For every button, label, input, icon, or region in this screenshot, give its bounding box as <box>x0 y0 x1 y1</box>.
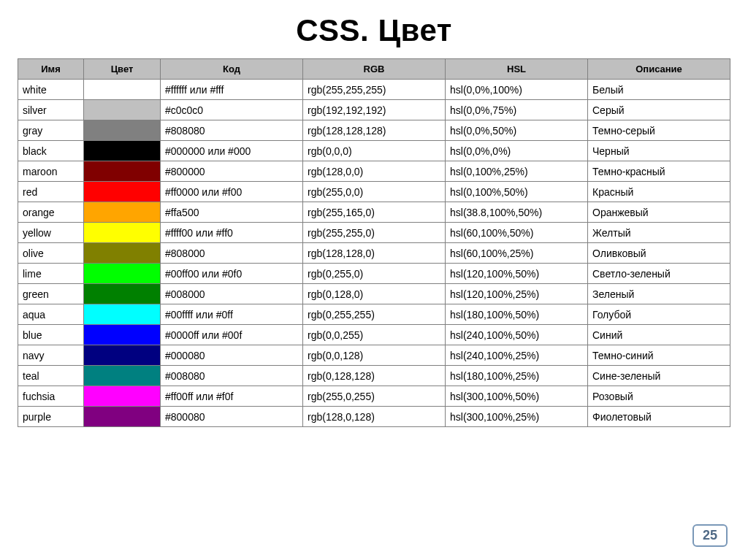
cell-rgb: rgb(255,0,0) <box>303 182 446 202</box>
cell-name: lime <box>18 264 84 284</box>
cell-name: blue <box>18 325 84 345</box>
cell-desc: Темно-синий <box>588 345 730 366</box>
color-table: Имя Цвет Код RGB HSL Описание white#ffff… <box>18 58 730 427</box>
cell-code: #0000ff или #00f <box>161 325 303 345</box>
cell-code: #008080 <box>161 366 303 386</box>
cell-code: #008000 <box>161 284 303 304</box>
cell-hsl: hsl(120,100%,50%) <box>446 264 588 284</box>
cell-name: aqua <box>18 304 84 325</box>
cell-code: #c0c0c0 <box>161 100 303 120</box>
table-row: navy#000080rgb(0,0,128)hsl(240,100%,25%)… <box>18 345 730 366</box>
cell-hsl: hsl(120,100%,25%) <box>446 284 588 304</box>
cell-rgb: rgb(128,128,128) <box>303 120 446 141</box>
table-row: blue#0000ff или #00frgb(0,0,255)hsl(240,… <box>18 325 730 345</box>
cell-desc: Красный <box>588 182 730 202</box>
cell-desc: Синий <box>588 325 730 345</box>
page-number: 25 <box>692 524 728 547</box>
cell-hsl: hsl(0,0%,75%) <box>446 100 588 120</box>
table-row: silver#c0c0c0rgb(192,192,192)hsl(0,0%,75… <box>18 100 730 120</box>
table-row: olive#808000rgb(128,128,0)hsl(60,100%,25… <box>18 243 730 264</box>
cell-rgb: rgb(0,0,0) <box>303 141 446 161</box>
cell-code: #000000 или #000 <box>161 141 303 161</box>
cell-name: purple <box>18 407 84 427</box>
cell-hsl: hsl(60,100%,50%) <box>446 223 588 243</box>
cell-name: teal <box>18 366 84 386</box>
cell-swatch <box>84 366 161 386</box>
cell-swatch <box>84 243 161 264</box>
cell-swatch <box>84 80 161 100</box>
cell-name: white <box>18 80 84 100</box>
cell-swatch <box>84 304 161 325</box>
cell-desc: Зеленый <box>588 284 730 304</box>
cell-rgb: rgb(128,128,0) <box>303 243 446 264</box>
cell-code: #800000 <box>161 161 303 182</box>
cell-desc: Голубой <box>588 304 730 325</box>
table-row: yellow#ffff00 или #ff0rgb(255,255,0)hsl(… <box>18 223 730 243</box>
cell-desc: Фиолетовый <box>588 407 730 427</box>
cell-name: navy <box>18 345 84 366</box>
cell-code: #00ff00 или #0f0 <box>161 264 303 284</box>
cell-rgb: rgb(255,255,255) <box>303 80 446 100</box>
cell-code: #ffa500 <box>161 202 303 223</box>
cell-name: yellow <box>18 223 84 243</box>
cell-hsl: hsl(0,0%,100%) <box>446 80 588 100</box>
cell-hsl: hsl(0,0%,50%) <box>446 120 588 141</box>
cell-desc: Серый <box>588 100 730 120</box>
cell-rgb: rgb(128,0,0) <box>303 161 446 182</box>
table-row: lime#00ff00 или #0f0rgb(0,255,0)hsl(120,… <box>18 264 730 284</box>
cell-rgb: rgb(0,128,128) <box>303 366 446 386</box>
cell-rgb: rgb(0,0,255) <box>303 325 446 345</box>
cell-swatch <box>84 141 161 161</box>
cell-swatch <box>84 223 161 243</box>
cell-swatch <box>84 325 161 345</box>
col-header-rgb: RGB <box>303 59 446 80</box>
cell-name: silver <box>18 100 84 120</box>
cell-code: #ffffff или #fff <box>161 80 303 100</box>
cell-code: #ff0000 или #f00 <box>161 182 303 202</box>
cell-code: #000080 <box>161 345 303 366</box>
cell-rgb: rgb(0,128,0) <box>303 284 446 304</box>
cell-name: fuchsia <box>18 386 84 407</box>
table-row: orange#ffa500rgb(255,165,0)hsl(38.8,100%… <box>18 202 730 223</box>
cell-hsl: hsl(300,100%,25%) <box>446 407 588 427</box>
cell-hsl: hsl(60,100%,25%) <box>446 243 588 264</box>
table-row: fuchsia#ff00ff или #f0frgb(255,0,255)hsl… <box>18 386 730 407</box>
table-row: maroon#800000rgb(128,0,0)hsl(0,100%,25%)… <box>18 161 730 182</box>
cell-swatch <box>84 202 161 223</box>
table-row: gray#808080rgb(128,128,128)hsl(0,0%,50%)… <box>18 120 730 141</box>
cell-hsl: hsl(0,100%,50%) <box>446 182 588 202</box>
cell-swatch <box>84 284 161 304</box>
cell-desc: Оранжевый <box>588 202 730 223</box>
col-header-hsl: HSL <box>446 59 588 80</box>
cell-hsl: hsl(300,100%,50%) <box>446 386 588 407</box>
table-row: black#000000 или #000rgb(0,0,0)hsl(0,0%,… <box>18 141 730 161</box>
cell-code: #ffff00 или #ff0 <box>161 223 303 243</box>
table-row: white#ffffff или #fffrgb(255,255,255)hsl… <box>18 80 730 100</box>
table-row: purple#800080rgb(128,0,128)hsl(300,100%,… <box>18 407 730 427</box>
cell-name: maroon <box>18 161 84 182</box>
table-row: teal#008080rgb(0,128,128)hsl(180,100%,25… <box>18 366 730 386</box>
cell-hsl: hsl(240,100%,25%) <box>446 345 588 366</box>
cell-code: #808080 <box>161 120 303 141</box>
col-header-color: Цвет <box>84 59 161 80</box>
table-row: red#ff0000 или #f00rgb(255,0,0)hsl(0,100… <box>18 182 730 202</box>
cell-hsl: hsl(38.8,100%,50%) <box>446 202 588 223</box>
table-row: aqua#00ffff или #0ffrgb(0,255,255)hsl(18… <box>18 304 730 325</box>
cell-name: orange <box>18 202 84 223</box>
cell-desc: Светло-зеленый <box>588 264 730 284</box>
cell-desc: Желтый <box>588 223 730 243</box>
cell-swatch <box>84 345 161 366</box>
cell-desc: Розовый <box>588 386 730 407</box>
cell-swatch <box>84 100 161 120</box>
cell-swatch <box>84 182 161 202</box>
cell-name: olive <box>18 243 84 264</box>
col-header-desc: Описание <box>588 59 730 80</box>
cell-hsl: hsl(0,100%,25%) <box>446 161 588 182</box>
cell-rgb: rgb(192,192,192) <box>303 100 446 120</box>
cell-rgb: rgb(0,0,128) <box>303 345 446 366</box>
cell-desc: Оливковый <box>588 243 730 264</box>
slide: CSS. Цвет Имя Цвет Код RGB HSL Описание … <box>0 0 748 560</box>
cell-rgb: rgb(255,255,0) <box>303 223 446 243</box>
cell-rgb: rgb(255,165,0) <box>303 202 446 223</box>
cell-rgb: rgb(255,0,255) <box>303 386 446 407</box>
